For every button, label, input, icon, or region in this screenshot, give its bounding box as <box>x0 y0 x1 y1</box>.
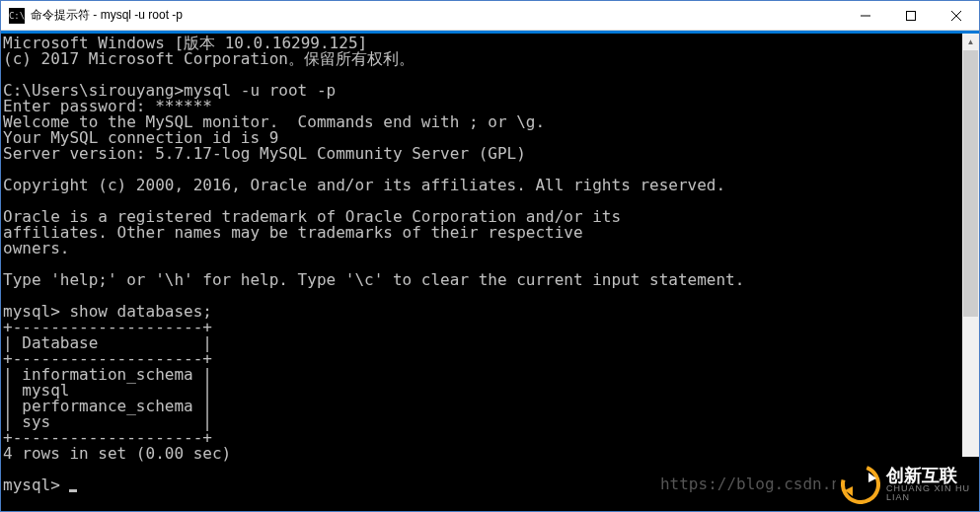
titlebar[interactable]: C:\ 命令提示符 - mysql -u root -p <box>1 1 979 31</box>
watermark-text: https://blog.csdn.n <box>660 475 841 493</box>
logo-text: 创新互联 CHUANG XIN HU LIAN <box>886 467 974 502</box>
scroll-up-button[interactable]: ▲ <box>962 34 979 50</box>
close-button[interactable] <box>934 1 979 30</box>
svg-rect-1 <box>907 11 916 20</box>
logo-main-text: 创新互联 <box>886 467 974 484</box>
logo-sub-text: CHUANG XIN HU LIAN <box>886 484 974 502</box>
logo-badge: 创新互联 CHUANG XIN HU LIAN <box>836 457 979 511</box>
window-title: 命令提示符 - mysql -u root -p <box>31 7 843 24</box>
logo-icon <box>841 465 880 504</box>
command-prompt-window: C:\ 命令提示符 - mysql -u root -p Microsoft W… <box>0 0 980 512</box>
terminal-area[interactable]: Microsoft Windows [版本 10.0.16299.125] (c… <box>1 31 979 511</box>
vertical-scrollbar[interactable]: ▲ ▼ <box>962 34 979 511</box>
cmd-icon: C:\ <box>9 8 25 24</box>
window-controls <box>843 1 979 30</box>
cursor <box>69 489 77 492</box>
minimize-button[interactable] <box>843 1 888 30</box>
maximize-button[interactable] <box>888 1 934 30</box>
scrollbar-track[interactable] <box>962 50 979 494</box>
scrollbar-thumb[interactable] <box>963 50 978 317</box>
terminal-output: Microsoft Windows [版本 10.0.16299.125] (c… <box>1 34 979 493</box>
svg-point-4 <box>841 465 880 504</box>
